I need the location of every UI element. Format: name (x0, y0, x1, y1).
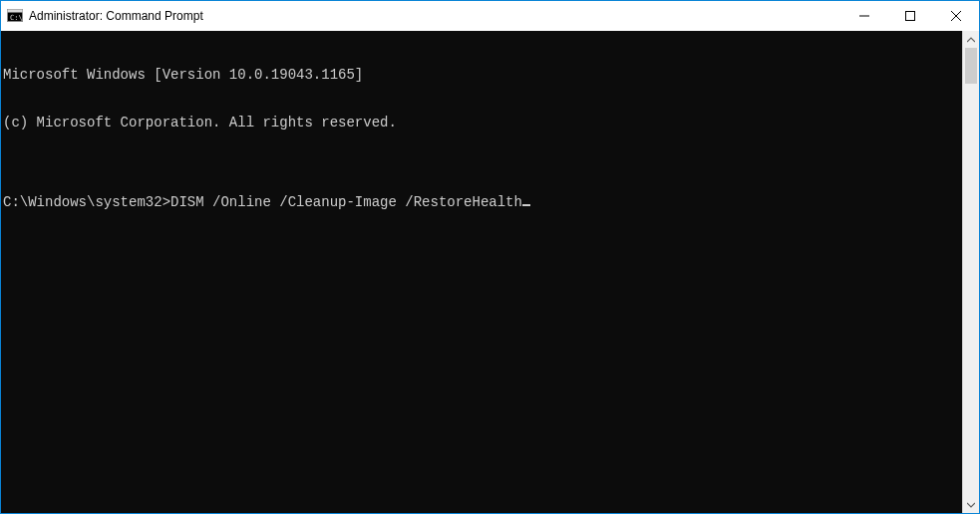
svg-rect-4 (906, 12, 915, 21)
scroll-track[interactable] (963, 48, 979, 496)
copyright-line: (c) Microsoft Corporation. All rights re… (3, 115, 958, 130)
minimize-button[interactable] (841, 1, 887, 31)
scroll-down-button[interactable] (963, 496, 979, 513)
terminal[interactable]: Microsoft Windows [Version 10.0.19043.11… (1, 31, 962, 513)
maximize-icon (905, 11, 915, 21)
titlebar[interactable]: C:\ Administrator: Command Prompt (1, 1, 979, 31)
app-icon: C:\ (7, 8, 23, 24)
command-prompt-window: C:\ Administrator: Command Prompt (0, 0, 980, 514)
command-text: DISM /Online /Cleanup-Image /RestoreHeal… (170, 194, 522, 210)
maximize-button[interactable] (887, 1, 933, 31)
cursor (522, 204, 530, 206)
svg-rect-1 (8, 10, 23, 13)
titlebar-buttons (841, 1, 979, 31)
prompt: C:\Windows\system32> (3, 194, 170, 210)
version-line: Microsoft Windows [Version 10.0.19043.11… (3, 67, 958, 83)
client-area: Microsoft Windows [Version 10.0.19043.11… (1, 31, 979, 513)
vertical-scrollbar[interactable] (962, 31, 979, 513)
scroll-up-button[interactable] (963, 31, 979, 48)
close-icon (951, 11, 961, 21)
chevron-down-icon (967, 501, 975, 509)
svg-rect-3 (859, 16, 869, 17)
chevron-up-icon (967, 36, 975, 44)
close-button[interactable] (933, 1, 979, 31)
svg-text:C:\: C:\ (10, 14, 23, 22)
window-title: Administrator: Command Prompt (29, 9, 203, 23)
prompt-line: C:\Windows\system32>DISM /Online /Cleanu… (3, 194, 958, 210)
scroll-thumb[interactable] (965, 48, 977, 84)
minimize-icon (859, 11, 869, 21)
